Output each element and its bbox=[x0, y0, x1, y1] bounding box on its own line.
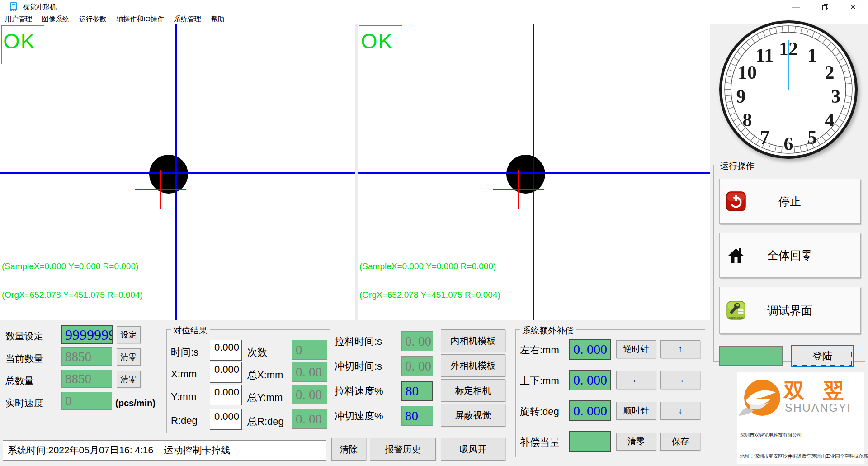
power-icon bbox=[726, 191, 746, 211]
total-qty-field[interactable]: 8850 bbox=[61, 370, 112, 388]
count-label: 次数 bbox=[247, 346, 267, 359]
total-r-field[interactable]: 0. 00 bbox=[292, 409, 327, 429]
move-left-button[interactable]: ← bbox=[616, 371, 656, 389]
camera-left-sample-text: (SampleX=0.000 Y=0.000 R=0.000) bbox=[2, 262, 143, 271]
analog-clock: 12 1 2 3 4 5 6 7 8 9 10 11 bbox=[716, 17, 861, 162]
camera-view-right: OK (SampleX=0.000 Y=0.000 R=0.000) (OrgX… bbox=[358, 24, 710, 320]
system-status-bar: 系统时间:2022年05月07日16: 4:16 运动控制卡掉线 bbox=[3, 440, 326, 461]
cw-button[interactable]: 顺时针 bbox=[616, 402, 656, 420]
close-button[interactable]: × bbox=[842, 0, 864, 14]
current-qty-field[interactable]: 8850 bbox=[61, 347, 112, 366]
camera-left-crosshair-horizontal bbox=[0, 172, 355, 174]
restore-button[interactable] bbox=[814, 0, 836, 14]
run-operations-group: 运行操作 停止 全体回零 bbox=[713, 165, 865, 362]
clear-current-qty-button[interactable]: 清零 bbox=[117, 348, 141, 366]
punch-time-field[interactable]: 0. 00 bbox=[401, 356, 433, 376]
right-panel: 12 1 2 3 4 5 6 7 8 9 10 11 运行操作 bbox=[710, 24, 868, 466]
move-up-button[interactable]: ↑ bbox=[660, 340, 700, 358]
up-down-label: 上下:mm bbox=[520, 374, 559, 388]
ccw-button[interactable]: 逆时针 bbox=[616, 340, 656, 358]
stop-button[interactable]: 停止 bbox=[719, 179, 860, 224]
punch-speed-field[interactable]: 80 bbox=[401, 406, 433, 426]
stop-button-label: 停止 bbox=[778, 194, 801, 209]
realtime-speed-label: 实时速度 bbox=[5, 397, 43, 409]
clock-number: 9 bbox=[736, 86, 746, 107]
clock-number: 2 bbox=[825, 62, 834, 83]
x-field[interactable]: 0.000 bbox=[210, 362, 242, 383]
home-all-button[interactable]: 全体回零 bbox=[719, 233, 860, 278]
quantity-set-label: 数量设定 bbox=[5, 330, 43, 342]
window-title: 视觉冲形机 bbox=[23, 3, 57, 11]
clear-total-qty-button[interactable]: 清零 bbox=[117, 371, 141, 388]
alignment-result-group: 对位结果 时间:s X:mm Y:mm R:deg 0.000 0.000 0.… bbox=[166, 329, 330, 433]
camera-view-left: OK (SampleX=0.000 Y=0.000 R=0.000) (OrgX… bbox=[0, 24, 355, 320]
camera-left-status: OK bbox=[1, 25, 44, 64]
clock-number: 4 bbox=[825, 109, 834, 130]
outer-camera-template-button[interactable]: 外相机模板 bbox=[441, 354, 505, 377]
pull-time-field[interactable]: 0. 00 bbox=[401, 331, 433, 351]
run-operations-title: 运行操作 bbox=[718, 160, 757, 172]
alarm-history-button[interactable]: 报警历史 bbox=[370, 438, 436, 461]
camera-right-target-blob bbox=[506, 155, 545, 194]
menu-help[interactable]: 帮助 bbox=[206, 14, 230, 24]
clear-button[interactable]: 清除 bbox=[331, 438, 366, 461]
comp-clear-button[interactable]: 清零 bbox=[616, 433, 656, 451]
pull-time-label: 拉料时间:s bbox=[335, 335, 382, 348]
total-x-field[interactable]: 0. 00 bbox=[292, 362, 327, 382]
login-button[interactable]: 登陆 bbox=[791, 345, 854, 367]
menu-axis-io-operation[interactable]: 轴操作和IO操作 bbox=[111, 14, 169, 24]
camera-right-readout: (SampleX=0.000 Y=0.000 R=0.000) (OrgX=65… bbox=[359, 243, 500, 319]
up-down-field[interactable]: 0. 000 bbox=[569, 370, 611, 390]
menu-image-system[interactable]: 图像系统 bbox=[37, 14, 74, 24]
compensation-title: 系统额外补偿 bbox=[520, 325, 576, 337]
pull-speed-field[interactable]: 80 bbox=[401, 381, 433, 401]
camera-left-readout: (SampleX=0.000 Y=0.000 R=0.000) (OrgX=65… bbox=[2, 243, 143, 319]
menu-run-parameters[interactable]: 运行参数 bbox=[74, 14, 111, 24]
punch-speed-label: 冲切速度% bbox=[335, 409, 383, 423]
mask-vision-button[interactable]: 屏蔽视觉 bbox=[441, 404, 505, 427]
total-r-label: 总R:deg bbox=[247, 415, 284, 428]
brand-name-en: SHUANGYI bbox=[785, 401, 851, 414]
r-label: R:deg bbox=[171, 415, 198, 427]
inner-camera-template-button[interactable]: 内相机模板 bbox=[441, 329, 505, 352]
move-right-button[interactable]: → bbox=[660, 371, 700, 389]
clock-number: 6 bbox=[784, 133, 793, 154]
left-right-label: 左右:mm bbox=[520, 343, 559, 357]
login-input[interactable] bbox=[719, 346, 783, 366]
camera-right-status: OK bbox=[359, 25, 402, 64]
rotate-label: 旋转:deg bbox=[520, 405, 559, 418]
minimize-button[interactable]: — bbox=[784, 0, 807, 14]
total-y-field[interactable]: 0. 00 bbox=[292, 385, 327, 404]
calibrate-camera-button[interactable]: 标定相机 bbox=[441, 379, 505, 402]
set-quantity-button[interactable]: 设定 bbox=[117, 326, 141, 343]
title-bar: 视觉冲形机 — × bbox=[0, 0, 868, 14]
y-label: Y:mm bbox=[171, 391, 196, 403]
camera-right-crosshair-vertical bbox=[533, 24, 534, 320]
camera-left-target-blob bbox=[149, 155, 188, 194]
realtime-speed-field[interactable]: 0 bbox=[61, 392, 112, 410]
time-field[interactable]: 0.000 bbox=[210, 340, 242, 361]
menu-system-management[interactable]: 系统管理 bbox=[169, 14, 206, 24]
clock-number: 8 bbox=[743, 109, 752, 130]
rotate-field[interactable]: 0. 000 bbox=[569, 400, 611, 421]
home-icon bbox=[726, 245, 746, 265]
quantity-set-field[interactable]: 9999999 bbox=[61, 325, 113, 344]
total-qty-label: 总数量 bbox=[5, 375, 34, 387]
suction-on-button[interactable]: 吸风开 bbox=[441, 438, 505, 461]
left-right-field[interactable]: 0. 000 bbox=[569, 339, 611, 360]
time-label: 时间:s bbox=[171, 346, 198, 359]
count-field[interactable]: 0 bbox=[292, 340, 327, 360]
menu-user-management[interactable]: 用户管理 bbox=[0, 14, 37, 24]
restore-icon bbox=[822, 4, 828, 10]
comp-step-field[interactable] bbox=[569, 431, 611, 452]
compensation-group: 系统额外补偿 左右:mm 上下:mm 旋转:deg 补偿当量 0. 000 0.… bbox=[515, 329, 705, 457]
r-field[interactable]: 0.000 bbox=[210, 409, 242, 430]
clock-number: 1 bbox=[807, 45, 817, 66]
debug-screen-button[interactable]: system setups 调试界面 bbox=[719, 287, 860, 334]
wrench-settings-icon: system setups bbox=[726, 300, 746, 320]
comp-save-button[interactable]: 保存 bbox=[660, 433, 700, 451]
y-field[interactable]: 0.000 bbox=[210, 385, 242, 405]
move-down-button[interactable]: ↓ bbox=[660, 402, 700, 420]
total-y-label: 总Y:mm bbox=[247, 391, 283, 404]
camera-right-org-text: (OrgX=652.078 Y=451.075 R=0.004) bbox=[359, 290, 500, 300]
